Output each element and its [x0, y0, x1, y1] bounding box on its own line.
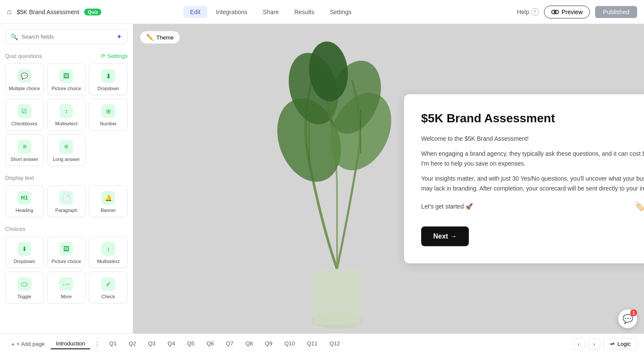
field-checkboxes[interactable]: ☑ Checkboxes — [5, 99, 44, 130]
short-answer-label: Short answer — [10, 156, 38, 162]
more-icon: ⋯ — [59, 277, 73, 291]
tab-q9[interactable]: Q9 — [260, 339, 277, 349]
multiselect-2-icon: ↕ — [101, 242, 115, 256]
tab-q11[interactable]: Q11 — [302, 339, 323, 349]
tab-settings[interactable]: Settings — [323, 6, 358, 18]
add-page-label: + Add page — [16, 341, 45, 347]
field-heading[interactable]: H1 Heading — [5, 185, 44, 217]
home-icon[interactable]: ⌂ — [7, 7, 12, 16]
logic-icon: ⇌ — [610, 341, 615, 347]
next-arrow[interactable]: › — [588, 338, 600, 350]
preview-button[interactable]: Preview — [544, 6, 590, 18]
settings-cycle-icon: ⟳ — [101, 53, 106, 59]
field-check[interactable]: ✓ Check — [89, 272, 128, 303]
add-page-button[interactable]: + + Add page — [7, 339, 49, 349]
tab-q3[interactable]: Q3 — [143, 339, 161, 349]
long-answer-label: Long answer — [53, 156, 80, 162]
nav-right: Help ? Preview Published — [517, 6, 637, 18]
field-picture-choice-2[interactable]: 🖼 Picture choice — [47, 236, 86, 268]
number-label: Number — [100, 121, 117, 127]
field-multiple-choice[interactable]: 💬 Multiple choice — [5, 64, 44, 95]
settings-link-label: Settings — [107, 53, 128, 59]
search-input[interactable] — [21, 33, 113, 40]
help-button[interactable]: Help ? — [517, 8, 539, 16]
toggle-icon: ⬭ — [18, 277, 31, 291]
paragraph-icon: 📄 — [59, 191, 73, 205]
tab-q5[interactable]: Q5 — [182, 339, 200, 349]
tab-share[interactable]: Share — [256, 6, 286, 18]
multiselect-2-label: Multiselect — [97, 258, 119, 264]
logic-button[interactable]: ⇌ Logic — [604, 339, 637, 349]
tab-q10[interactable]: Q10 — [279, 339, 300, 349]
field-multiselect[interactable]: ↕ Multiselect — [47, 99, 86, 130]
quiz-questions-header: Quiz questions ⟳ Settings — [5, 53, 128, 59]
tab-q8[interactable]: Q8 — [240, 339, 258, 349]
theme-icon: ✏️ — [146, 34, 154, 41]
field-long-answer[interactable]: ≡ Long answer — [47, 134, 86, 166]
field-paragraph[interactable]: 📄 Paragraph — [47, 185, 86, 217]
multiple-choice-icon: 💬 — [18, 69, 31, 83]
tab-q2[interactable]: Q2 — [124, 339, 141, 349]
tab-q12[interactable]: Q12 — [325, 339, 346, 349]
check-icon: ✓ — [101, 277, 115, 291]
picture-choice-icon: 🖼 — [59, 69, 73, 83]
tab-introduction[interactable]: Introduction — [51, 339, 90, 349]
tab-edit[interactable]: Edit — [183, 6, 207, 18]
theme-label: Theme — [156, 34, 173, 41]
canvas-background: $5K Brand Assessment Welcome to the $5K … — [133, 24, 644, 333]
heading-icon: H1 — [18, 191, 31, 205]
magic-icon[interactable]: ✦ — [116, 33, 122, 41]
form-paragraph2: When engaging a brand agency, they typic… — [421, 148, 644, 168]
introduction-more-icon[interactable]: ⋮ — [92, 340, 102, 348]
display-text-header: Display text — [5, 175, 128, 181]
theme-button[interactable]: ✏️ Theme — [140, 31, 180, 44]
heading-label: Heading — [15, 207, 33, 213]
banner-label: Banner — [100, 207, 115, 213]
dropdown-choice-label: Dropdown — [14, 258, 35, 264]
main-area: 🔍 ✦ Quiz questions ⟳ Settings 💬 Multiple… — [0, 24, 644, 333]
field-number[interactable]: ⊞ Number — [89, 99, 128, 130]
bottom-right: ‹ › ⇌ Logic — [573, 338, 637, 350]
toggle-label: Toggle — [18, 293, 31, 300]
check-label: Check — [102, 293, 115, 300]
cta-text: Let's get started 🚀 — [421, 203, 473, 210]
form-title: $5K Brand Assessment — [421, 111, 644, 125]
form-paragraph3: Your insights matter, and with just 30 Y… — [421, 174, 644, 194]
long-answer-icon: ≡ — [59, 140, 73, 154]
settings-link[interactable]: ⟳ Settings — [101, 53, 128, 59]
prev-arrow[interactable]: ‹ — [573, 338, 585, 350]
logic-label: Logic — [617, 341, 631, 347]
cta-icons: 🏷️ G 2 — [635, 199, 644, 215]
field-multiselect-2[interactable]: ↕ Multiselect — [89, 236, 128, 268]
tab-integrations[interactable]: Integrations — [209, 6, 254, 18]
help-icon: ? — [531, 8, 539, 16]
introduction-label: Introduction — [56, 340, 85, 347]
field-toggle[interactable]: ⬭ Toggle — [5, 272, 44, 303]
short-answer-icon: ≡ — [18, 140, 31, 154]
tab-q7[interactable]: Q7 — [221, 339, 238, 349]
picture-choice-2-label: Picture choice — [52, 258, 81, 264]
field-banner[interactable]: 🔔 Banner — [89, 185, 128, 217]
dropdown-choice-icon: ⬇ — [18, 242, 31, 256]
quiz-fields-grid: 💬 Multiple choice 🖼 Picture choice ⬇ Dro… — [5, 64, 128, 166]
tab-q1[interactable]: Q1 — [104, 339, 122, 349]
field-dropdown-choice[interactable]: ⬇ Dropdown — [5, 236, 44, 268]
field-picture-choice[interactable]: 🖼 Picture choice — [47, 64, 86, 95]
picture-choice-2-icon: 🖼 — [59, 242, 73, 256]
checkboxes-icon: ☑ — [18, 104, 31, 118]
app-title: $5K Brand Assessment — [17, 9, 79, 15]
search-icon: 🔍 — [11, 33, 18, 40]
field-short-answer[interactable]: ≡ Short answer — [5, 134, 44, 166]
chat-bubble[interactable]: 💬 1 — [618, 309, 637, 328]
more-label: More — [61, 293, 72, 300]
multiselect-label: Multiselect — [55, 121, 78, 127]
choices-fields-grid: ⬇ Dropdown 🖼 Picture choice ↕ Multiselec… — [5, 236, 128, 304]
published-button[interactable]: Published — [595, 6, 637, 18]
field-dropdown[interactable]: ⬇ Dropdown — [89, 64, 128, 95]
form-cta: Let's get started 🚀 🏷️ G 2 — [421, 199, 644, 215]
tab-q6[interactable]: Q6 — [201, 339, 219, 349]
field-more[interactable]: ⋯ More — [47, 272, 86, 303]
next-button[interactable]: Next → — [421, 227, 469, 246]
tab-q4[interactable]: Q4 — [162, 339, 180, 349]
tab-results[interactable]: Results — [287, 6, 321, 18]
